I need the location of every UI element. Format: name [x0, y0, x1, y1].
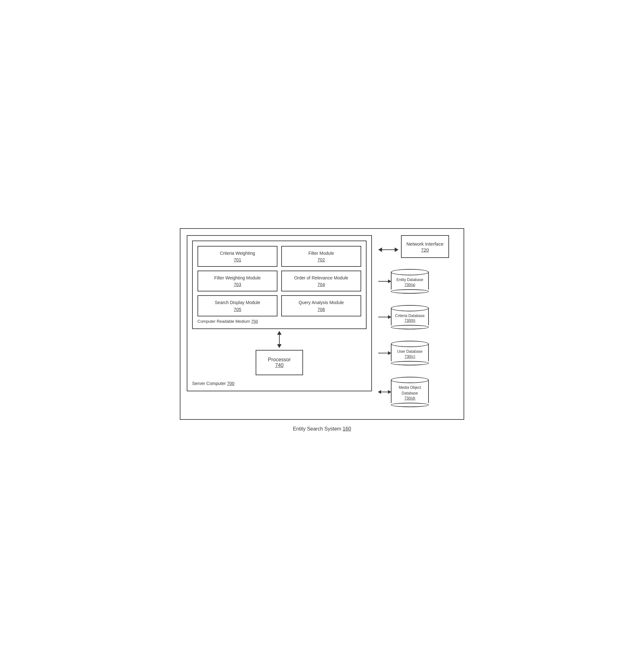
cylinder-entity: Entity Database 730(a): [391, 269, 429, 294]
processor-number: 740: [266, 363, 293, 368]
module-title-0: Criteria Weighting: [220, 251, 255, 256]
left-column: Criteria Weighting 701 Filter Module 702…: [187, 235, 375, 413]
arrow-up-head: [277, 331, 281, 335]
db-number-criteria: 730(b): [393, 318, 426, 323]
server-label: Server Computer 700: [192, 381, 367, 386]
db-connector-user: [378, 353, 391, 354]
module-query-analysis: Query Analysis Module 706: [281, 295, 361, 316]
cyl-top-entity: [391, 269, 429, 275]
right-col-inner: Network Interface 720 Entity D: [378, 235, 457, 413]
module-filter: Filter Module 702: [281, 246, 361, 267]
db-connector-entity: [378, 281, 391, 282]
crm-label: Computer Readable Medium 750: [198, 319, 361, 324]
cylinder-media: Media Object Database 730(d): [391, 377, 429, 407]
server-computer-box: Criteria Weighting 701 Filter Module 702…: [187, 235, 372, 391]
right-column: Network Interface 720 Entity D: [375, 235, 457, 413]
processor-title: Processor: [268, 357, 291, 362]
db-row-entity: Entity Database 730(a): [378, 269, 457, 294]
modules-grid: Criteria Weighting 701 Filter Module 702…: [198, 246, 361, 316]
arrow-head-right: [395, 248, 398, 252]
crm-box: Criteria Weighting 701 Filter Module 702…: [192, 241, 367, 329]
cyl-bottom-criteria: [391, 325, 429, 329]
db-row-user: User Database 730(c): [378, 341, 457, 365]
module-number-2: 703: [201, 282, 274, 287]
db-number-entity: 730(a): [393, 282, 426, 287]
cyl-body-media: Media Object Database 730(d): [391, 380, 429, 403]
db-title-criteria: Criteria Database: [395, 314, 424, 318]
db-number-user: 730(c): [393, 354, 426, 359]
cyl-top-media: [391, 377, 429, 383]
ni-title: Network Interface: [406, 241, 444, 247]
module-order-relevance: Order of Relevance Module 704: [281, 271, 361, 292]
cyl-top-criteria: [391, 305, 429, 311]
cylinder-criteria: Criteria Database 730(b): [391, 305, 429, 330]
module-search-display: Search Display Module 705: [198, 295, 277, 316]
cyl-bottom-entity: [391, 289, 429, 294]
module-title-4: Search Display Module: [215, 300, 260, 305]
db-connector-criteria: [378, 317, 391, 317]
module-number-3: 704: [285, 282, 358, 287]
cylinder-user: User Database 730(c): [391, 341, 429, 365]
arrow-v-line: [279, 335, 280, 344]
arrow-h-line: [382, 249, 395, 250]
db-title-media: Media Object Database: [399, 385, 421, 396]
cyl-bottom-user: [391, 361, 429, 365]
arrow-down-head: [277, 344, 281, 348]
module-title-5: Query Analysis Module: [299, 300, 344, 305]
processor-box: Processor 740: [256, 350, 303, 375]
module-number-1: 702: [285, 257, 358, 263]
diagram-layout: Criteria Weighting 701 Filter Module 702…: [187, 235, 457, 413]
module-number-0: 701: [201, 257, 274, 263]
databases-section: Entity Database 730(a): [378, 269, 457, 413]
page-container: Criteria Weighting 701 Filter Module 702…: [180, 228, 464, 432]
module-filter-weighting: Filter Weighting Module 703: [198, 271, 277, 292]
arrow-head-left: [378, 248, 382, 252]
module-number-4: 705: [201, 307, 274, 312]
db-row-criteria: Criteria Database 730(b): [378, 305, 457, 330]
main-diagram: Criteria Weighting 701 Filter Module 702…: [180, 228, 464, 420]
module-title-1: Filter Module: [308, 251, 334, 256]
network-interface-box: Network Interface 720: [401, 235, 449, 258]
db-title-user: User Database: [397, 349, 422, 354]
module-number-5: 706: [285, 307, 358, 312]
module-criteria-weighting: Criteria Weighting 701: [198, 246, 277, 267]
db-number-media: 730(d): [393, 396, 426, 401]
ni-number: 720: [406, 247, 444, 253]
db-title-entity: Entity Database: [396, 277, 423, 282]
db-row-media: Media Object Database 730(d): [378, 377, 457, 407]
bottom-label: Entity Search System 160: [180, 426, 464, 432]
cyl-bottom-media: [391, 403, 429, 407]
module-title-3: Order of Relevance Module: [294, 275, 348, 280]
module-title-2: Filter Weighting Module: [214, 275, 261, 280]
v-double-arrow: [192, 329, 367, 350]
